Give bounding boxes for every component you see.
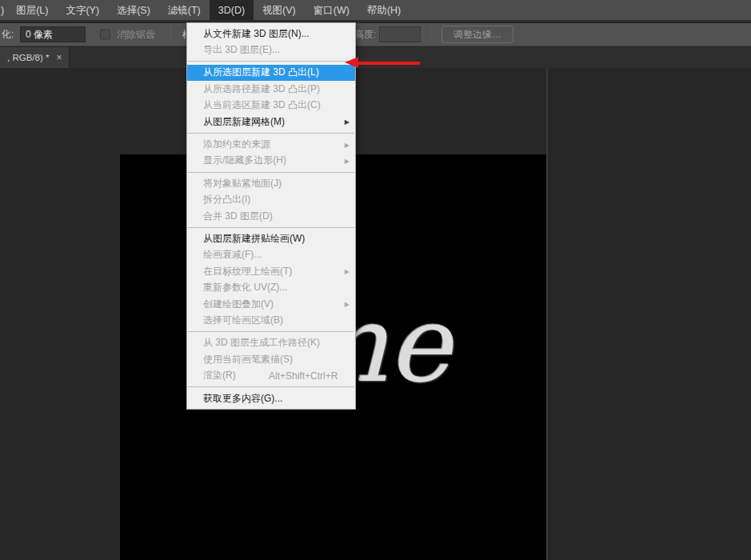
menu-item-label: 显示/隐藏多边形(H)	[203, 154, 286, 167]
menu-item-label: 拆分凸出(I)	[203, 193, 250, 206]
feather-input[interactable]: 0 像素	[20, 26, 86, 42]
submenu-arrow-icon: ▶	[345, 118, 350, 126]
menu-separator	[188, 61, 354, 62]
menu-item[interactable]: 创建绘图叠加(V)▶	[187, 296, 355, 312]
menu-item-label: 选择可绘画区域(B)	[203, 314, 283, 327]
menu-item-label: 从文件新建 3D 图层(N)...	[203, 27, 310, 41]
menu-item-label: 从当前选区新建 3D 凸出(C)	[203, 98, 321, 112]
annotation-arrow-head-icon	[345, 57, 358, 68]
menu-item-label: 使用当前画笔素描(S)	[203, 353, 293, 366]
document-tab-title: , RGB/8) *	[7, 53, 49, 62]
antialias-label: 消除锯齿	[117, 28, 155, 42]
menu-item-label: 获取更多内容(G)...	[203, 392, 282, 406]
menu-item[interactable]: 导出 3D 图层(E)...	[187, 42, 355, 58]
menu-separator	[188, 133, 354, 134]
menu-item[interactable]: 从所选路径新建 3D 凸出(P)	[187, 81, 355, 97]
menubar-item[interactable]: 视图(V)	[254, 0, 305, 20]
app-menubar: )图层(L)文字(Y)选择(S)滤镜(T)3D(D)视图(V)窗口(W)帮助(H…	[0, 0, 751, 22]
menu-separator	[188, 227, 354, 228]
menubar-item[interactable]: 窗口(W)	[305, 0, 358, 20]
menu-item[interactable]: 重新参数化 UV(Z)...	[187, 279, 355, 295]
refine-edge-button[interactable]: 调整边缘…	[441, 26, 513, 43]
submenu-arrow-icon: ▶	[345, 301, 350, 308]
menubar-item[interactable]: 滤镜(T)	[159, 0, 210, 20]
document-tab[interactable]: , RGB/8) * ×	[0, 47, 70, 68]
menu-item-label: 合并 3D 图层(D)	[203, 210, 273, 223]
menu-item-label: 将对象贴紧地面(J)	[203, 177, 282, 190]
menu-item-label: 从所选图层新建 3D 凸出(L)	[203, 66, 319, 79]
menu-item[interactable]: 从 3D 图层生成工作路径(K)	[187, 335, 355, 351]
antialias-checkbox[interactable]	[100, 30, 110, 40]
menu-item[interactable]: 绘画衰减(F)...	[187, 247, 355, 263]
tab-close-icon[interactable]: ×	[56, 52, 62, 63]
menubar-item[interactable]: )	[0, 0, 7, 20]
submenu-arrow-icon: ▶	[345, 157, 350, 164]
menu-item-label: 从 3D 图层生成工作路径(K)	[203, 336, 320, 350]
menu-item-shortcut: Alt+Shift+Ctrl+R	[269, 370, 338, 382]
menubar-item[interactable]: 图层(L)	[7, 0, 57, 20]
menu-item[interactable]: 获取更多内容(G)...	[187, 390, 355, 406]
menu-item[interactable]: 渲染(R)Alt+Shift+Ctrl+R	[187, 367, 355, 383]
menubar-item[interactable]: 3D(D)	[210, 0, 254, 20]
canvas-edge-divider	[546, 68, 548, 560]
menu-item[interactable]: 从文件新建 3D 图层(N)...	[187, 26, 355, 42]
menu-item-label: 从图层新建网格(M)	[203, 115, 285, 129]
menu-item[interactable]: 从图层新建网格(M)▶	[187, 114, 355, 130]
menu-item[interactable]: 显示/隐藏多边形(H)▶	[187, 153, 355, 169]
menu-item-label: 创建绘图叠加(V)	[203, 298, 274, 311]
menubar-item[interactable]: 选择(S)	[108, 0, 159, 20]
document-tabbar: , RGB/8) * ×	[0, 47, 751, 68]
annotation-arrow-shaft	[358, 62, 420, 65]
menu-item-label: 在目标纹理上绘画(T)	[203, 265, 292, 278]
menu-item[interactable]: 从所选图层新建 3D 凸出(L)	[187, 65, 355, 81]
menu-item-label: 从图层新建拼贴绘画(W)	[203, 232, 305, 246]
menubar-item[interactable]: 帮助(H)	[358, 0, 409, 20]
options-bar: 化: 0 像素 消除锯齿 样式: 高度: 调整边缘…	[0, 23, 751, 46]
menu-item-label: 重新参数化 UV(Z)...	[203, 281, 287, 294]
menu-item-label: 从所选路径新建 3D 凸出(P)	[203, 82, 320, 96]
menu-item[interactable]: 拆分凸出(I)	[187, 192, 355, 208]
menu-item-label: 导出 3D 图层(E)...	[203, 43, 280, 57]
menu-item[interactable]: 将对象贴紧地面(J)	[187, 175, 355, 191]
feather-value: 0 像素	[26, 29, 53, 40]
menu-item[interactable]: 选择可绘画区域(B)	[187, 312, 355, 328]
height-input[interactable]	[379, 26, 421, 42]
menu-separator	[188, 331, 354, 332]
menu-item-label: 绘画衰减(F)...	[203, 248, 262, 262]
menu-item[interactable]: 从图层新建拼贴绘画(W)	[187, 230, 355, 246]
feather-label: 化:	[2, 28, 14, 42]
menu-item[interactable]: 添加约束的来源▶	[187, 136, 355, 152]
submenu-arrow-icon: ▶	[345, 141, 350, 148]
options-divider	[170, 26, 171, 43]
menu-item-label: 渲染(R)	[203, 369, 236, 382]
menu-item[interactable]: 从当前选区新建 3D 凸出(C)	[187, 98, 355, 114]
menu-item[interactable]: 在目标纹理上绘画(T)▶	[187, 263, 355, 279]
menu-separator	[188, 386, 354, 387]
menubar-item[interactable]: 文字(Y)	[57, 0, 108, 20]
options-divider	[430, 26, 431, 43]
submenu-arrow-icon: ▶	[345, 268, 350, 275]
height-label: 高度:	[354, 28, 376, 42]
menu-item-label: 添加约束的来源	[203, 138, 270, 151]
menu-separator	[188, 172, 354, 173]
menu-item[interactable]: 使用当前画笔素描(S)	[187, 351, 355, 367]
menu-item[interactable]: 合并 3D 图层(D)	[187, 208, 355, 224]
3d-menu: 从文件新建 3D 图层(N)...导出 3D 图层(E)...从所选图层新建 3…	[186, 22, 356, 410]
